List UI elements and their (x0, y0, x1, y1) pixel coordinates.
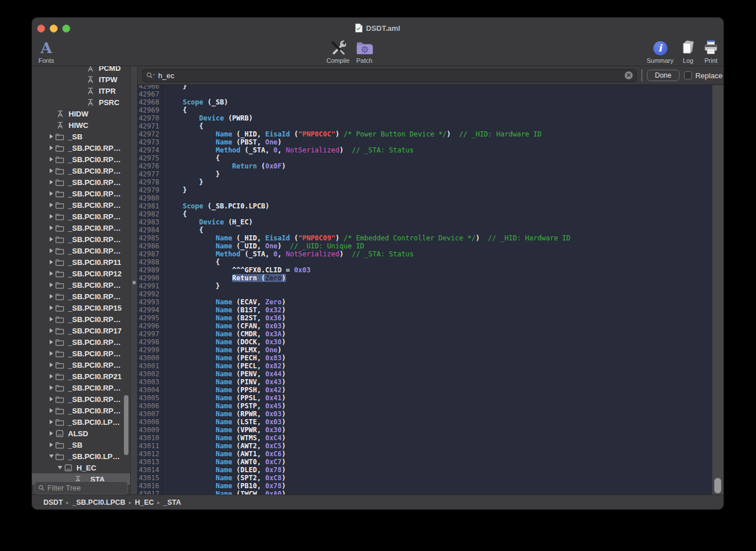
disclosure-triangle-icon[interactable] (47, 214, 55, 219)
fonts-button[interactable]: A Fonts (31, 39, 66, 64)
editor-scrollbar-track[interactable] (712, 85, 723, 495)
disclosure-triangle-icon[interactable] (47, 203, 55, 207)
tree-item--sb-pci0-rp-[interactable]: _SB.PCI0.RP… (32, 291, 130, 302)
tree-item--sb[interactable]: _SB (32, 439, 130, 451)
tree-item-pcmd[interactable]: PCMD (32, 66, 130, 74)
tree-item--sb-pci0-rp-[interactable]: _SB.PCI0.RP… (32, 176, 130, 188)
breadcrumb-item[interactable]: DSDT (43, 498, 63, 506)
tree-item--sb-pci0-rp-[interactable]: _SB.PCI0.RP… (32, 279, 130, 291)
tree-item--sb[interactable]: _SB (32, 131, 130, 142)
tree-item-itpr[interactable]: ITPR (32, 85, 130, 96)
code-token: 0xC8 (265, 474, 282, 482)
tree-item--sb-pci0-rp-[interactable]: _SB.PCI0.RP… (32, 142, 130, 154)
code-editor[interactable]: 42966 }4296742968 Scope (_SB)42969 {4297… (138, 85, 712, 495)
disclosure-triangle-icon[interactable] (47, 420, 55, 424)
disclosure-triangle-icon[interactable] (47, 363, 55, 367)
patch-button[interactable]: Patch (344, 39, 384, 64)
filter-tree-field[interactable]: Filter Tree (34, 481, 128, 494)
disclosure-triangle-icon[interactable] (56, 466, 64, 469)
disclosure-triangle-icon[interactable] (47, 340, 55, 344)
tree-item--sb-pci0-rp-[interactable]: _SB.PCI0.RP… (32, 222, 130, 234)
tree-item-label: _SB.PCI0.RP… (68, 190, 120, 198)
tree-item-alsd[interactable]: ALSD (32, 428, 130, 439)
breadcrumb-separator-icon: ▸ (66, 500, 69, 505)
tree-item--sb-pci0-lp-[interactable]: _SB.PCI0.LP… (32, 416, 130, 428)
disclosure-triangle-icon[interactable] (47, 260, 55, 264)
code-token: } (162, 178, 203, 186)
title-bar[interactable]: DSDT.aml (32, 18, 723, 38)
disclosure-triangle-icon[interactable] (47, 431, 55, 436)
find-previous-button[interactable]: ‹ (642, 70, 642, 81)
disclosure-triangle-icon[interactable] (47, 191, 55, 196)
disclosure-triangle-icon[interactable] (47, 455, 55, 458)
done-button[interactable]: Done (647, 70, 679, 81)
tree-item--sb-pci0-rp-[interactable]: _SB.PCI0.RP… (32, 199, 130, 211)
splitter-handle[interactable] (130, 66, 138, 495)
breadcrumb-item[interactable]: H_EC (135, 498, 154, 506)
window-title-group: DSDT.aml (32, 18, 723, 38)
disclosure-triangle-icon[interactable] (47, 397, 55, 401)
tree-item-label: _SB.PCI0.RP12 (68, 270, 122, 278)
disclosure-triangle-icon[interactable] (47, 294, 55, 299)
print-button[interactable]: Print (691, 39, 724, 64)
tree-item--sb-pci0-rp-[interactable]: _SB.PCI0.RP… (32, 336, 130, 348)
tree-item--sb-pci0-rp-[interactable]: _SB.PCI0.RP… (32, 359, 130, 371)
disclosure-triangle-icon[interactable] (47, 168, 55, 173)
disclosure-triangle-icon[interactable] (47, 408, 55, 413)
line-number: 43014 (138, 466, 162, 474)
breadcrumb-item[interactable]: _SB.PCI0.LPCB (73, 498, 126, 506)
info-icon: i (653, 41, 667, 55)
tree-item--sb-pci0-rp-[interactable]: _SB.PCI0.RP… (32, 165, 130, 176)
sidebar-scrollbar-thumb[interactable] (124, 395, 128, 455)
disclosure-triangle-icon[interactable] (47, 374, 55, 379)
tree-item--sb-pci0-rp-[interactable]: _SB.PCI0.RP… (32, 188, 130, 199)
disclosure-triangle-icon[interactable] (47, 328, 55, 333)
code-token (162, 322, 216, 330)
tree-item--sb-pci0-rp17[interactable]: _SB.PCI0.RP17 (32, 325, 130, 336)
tree-item-itpw[interactable]: ITPW (32, 74, 130, 85)
disclosure-triangle-icon[interactable] (47, 351, 55, 356)
tree-item-hiwc[interactable]: HIWC (32, 119, 130, 131)
tree-item--sb-pci0-rp-[interactable]: _SB.PCI0.RP… (32, 234, 130, 245)
disclosure-triangle-icon[interactable] (47, 385, 55, 390)
disclosure-triangle-icon[interactable] (47, 317, 55, 321)
tree-item--sb-pci0-rp-[interactable]: _SB.PCI0.RP… (32, 245, 130, 256)
disclosure-triangle-icon[interactable] (47, 305, 55, 310)
search-icon[interactable] (146, 72, 155, 79)
breadcrumb-item[interactable]: _STA (163, 498, 181, 506)
tree-item--sb-pci0-rp-[interactable]: _SB.PCI0.RP… (32, 405, 130, 416)
tree-item--sb-pci0-rp-[interactable]: _SB.PCI0.RP… (32, 393, 130, 405)
clear-search-icon[interactable]: ✕ (625, 71, 633, 79)
disclosure-triangle-icon[interactable] (47, 226, 55, 230)
code-token: (_HID, (232, 130, 266, 138)
code-token: ) (282, 450, 285, 458)
find-query[interactable]: h_ec (158, 71, 622, 80)
tree-item-hidw[interactable]: HIDW (32, 108, 130, 119)
disclosure-triangle-icon[interactable] (47, 134, 55, 139)
tree-item--sb-pci0-rp-[interactable]: _SB.PCI0.RP… (32, 211, 130, 222)
code-token: 0x03 (265, 322, 282, 330)
tree-item--sb-pci0-rp-[interactable]: _SB.PCI0.RP… (32, 348, 130, 359)
tree-item--sb-pci0-rp15[interactable]: _SB.PCI0.RP15 (32, 302, 130, 313)
disclosure-triangle-icon[interactable] (47, 248, 55, 253)
tree-item--sb-pci0-rp21[interactable]: _SB.PCI0.RP21 (32, 371, 130, 382)
disclosure-triangle-icon[interactable] (47, 146, 55, 150)
find-field[interactable]: h_ec ✕ (142, 69, 637, 82)
tree-item--sb-pci0-rp11[interactable]: _SB.PCI0.RP11 (32, 256, 130, 268)
tree-item--sb-pci0-lp-[interactable]: _SB.PCI0.LP… (32, 451, 130, 462)
tree-item--sb-pci0-rp-[interactable]: _SB.PCI0.RP… (32, 313, 130, 325)
disclosure-triangle-icon[interactable] (47, 271, 55, 276)
replace-toggle[interactable]: Replace (684, 71, 723, 80)
replace-checkbox[interactable] (684, 71, 692, 79)
tree-item--sb-pci0-rp12[interactable]: _SB.PCI0.RP12 (32, 268, 130, 279)
tree-item-psrc[interactable]: PSRC (32, 96, 130, 108)
tree-item-h-ec[interactable]: H_EC (32, 462, 130, 473)
disclosure-triangle-icon[interactable] (47, 443, 55, 447)
tree-item--sb-pci0-rp-[interactable]: _SB.PCI0.RP… (32, 382, 130, 393)
disclosure-triangle-icon[interactable] (47, 180, 55, 184)
disclosure-triangle-icon[interactable] (47, 237, 55, 242)
editor-scrollbar-thumb[interactable] (714, 478, 721, 493)
disclosure-triangle-icon[interactable] (47, 283, 55, 287)
disclosure-triangle-icon[interactable] (47, 157, 55, 162)
tree-item--sb-pci0-rp-[interactable]: _SB.PCI0.RP… (32, 154, 130, 165)
